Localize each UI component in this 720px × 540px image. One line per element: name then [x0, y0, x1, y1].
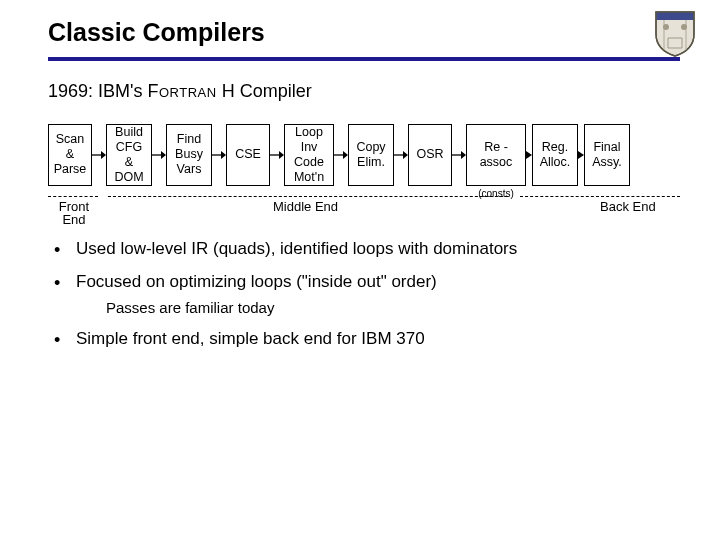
- section-front-end-label: FrontEnd: [52, 200, 96, 227]
- stage-cse: CSE: [226, 124, 270, 186]
- stage-osr: OSR: [408, 124, 452, 186]
- subtitle: 1969: IBM's Fortran H Compiler: [48, 81, 680, 102]
- stage-reassoc: Re -assoc: [466, 124, 526, 186]
- subtitle-suffix: H Compiler: [217, 81, 312, 101]
- arrow-icon: [152, 124, 166, 186]
- stage-find-busy-vars: FindBusyVars: [166, 124, 212, 186]
- arrow-icon: [212, 124, 226, 186]
- stage-build-cfg-dom: BuildCFG&DOM: [106, 124, 152, 186]
- pipeline-section-labels: FrontEnd Middle End Back End: [48, 192, 680, 222]
- bullet-sub-item: Passes are familiar today: [106, 298, 680, 318]
- stage-final-assy: FinalAssy.: [584, 124, 630, 186]
- arrow-icon: [334, 124, 348, 186]
- stage-scan-parse: Scan&Parse: [48, 124, 92, 186]
- subtitle-prefix: 1969: IBM's: [48, 81, 147, 101]
- arrow-icon: [92, 124, 106, 186]
- title-underline: [48, 57, 680, 61]
- subtitle-smallcaps: Fortran: [147, 81, 216, 101]
- bullet-item: Used low-level IR (quads), identified lo…: [48, 238, 680, 261]
- dashed-divider: [48, 196, 98, 197]
- section-back-end-label: Back End: [600, 200, 656, 214]
- arrow-icon: [394, 124, 408, 186]
- stage-reg-alloc: Reg.Alloc.: [532, 124, 578, 186]
- arrow-icon: [452, 124, 466, 186]
- dashed-divider: [108, 196, 508, 197]
- pipeline-diagram: Scan&Parse BuildCFG&DOM FindBusyVars CSE…: [48, 124, 680, 186]
- svg-point-1: [681, 24, 687, 30]
- section-middle-end-label: Middle End: [273, 200, 338, 214]
- stage-copy-elim: CopyElim.: [348, 124, 394, 186]
- stage-licm: LoopInvCodeMot'n: [284, 124, 334, 186]
- bullet-item-text: Focused on optimizing loops ("inside out…: [76, 272, 437, 291]
- arrow-icon: [270, 124, 284, 186]
- shield-logo: [654, 10, 696, 58]
- bullet-list: Used low-level IR (quads), identified lo…: [48, 238, 680, 351]
- dashed-divider: [520, 196, 680, 197]
- bullet-item: Simple front end, simple back end for IB…: [48, 328, 680, 351]
- bullet-item: Focused on optimizing loops ("inside out…: [48, 271, 680, 318]
- svg-point-0: [663, 24, 669, 30]
- page-title: Classic Compilers: [48, 18, 265, 47]
